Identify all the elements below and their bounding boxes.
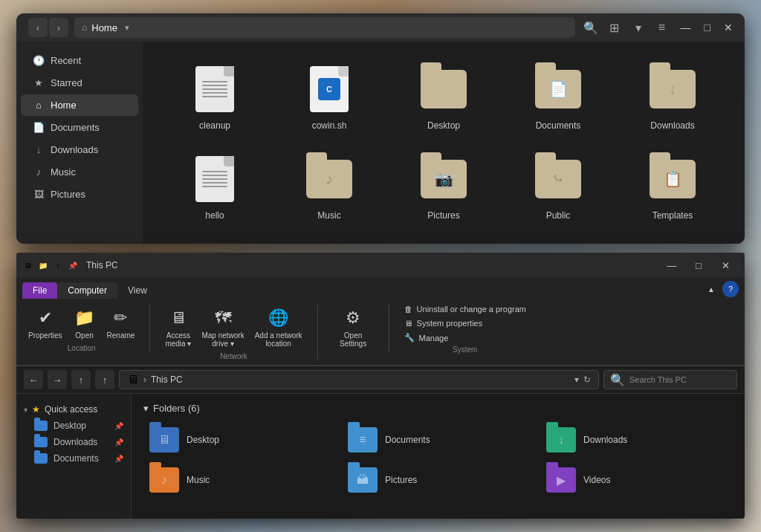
address-refresh-icon: ↻ xyxy=(583,374,591,385)
file-item-music[interactable]: ♪ Music xyxy=(272,146,386,229)
file-item-hello[interactable]: hello xyxy=(158,146,272,229)
ribbon-btn-rename[interactable]: ✏ Rename xyxy=(104,303,138,343)
nautilus-address-bar[interactable]: ⌂ Home ▾ xyxy=(74,17,575,38)
ribbon-btn-rename-label: Rename xyxy=(107,331,135,340)
exp-folder-item-music[interactable]: ♪ Music xyxy=(143,463,336,497)
explorer-minimize-button[interactable]: — xyxy=(658,253,685,278)
quick-access-arrow-icon: ▾ xyxy=(24,406,27,414)
sidebar-item-recent[interactable]: 🕐 Recent xyxy=(21,50,138,71)
search-button[interactable]: 🔍 xyxy=(581,18,600,37)
file-label-cleanup: cleanup xyxy=(199,120,230,131)
sidebar-item-documents[interactable]: 📄 Documents xyxy=(21,117,138,138)
sidebar-item-pictures[interactable]: 🖼 Pictures xyxy=(21,184,138,205)
exp-folder-item-downloads[interactable]: ↓ Downloads xyxy=(540,423,733,457)
exp-folder-label-downloads: Downloads xyxy=(583,435,627,445)
exp-folder-label-videos: Videos xyxy=(583,475,610,485)
file-item-pictures[interactable]: 📷 Pictures xyxy=(386,146,501,229)
manage-label: Manage xyxy=(419,334,449,343)
file-item-documents[interactable]: 📄 Documents xyxy=(501,56,615,139)
exp-folder-item-pictures[interactable]: 🏔 Pictures xyxy=(342,463,534,497)
exp-folders-section-title: ▾ Folders (6) xyxy=(143,403,733,414)
properties-icon: ✔ xyxy=(33,306,57,330)
exp-search-bar[interactable]: 🔍 Search This PC xyxy=(603,370,737,389)
exp-address-bar[interactable]: 🖥 › This PC ▾ ↻ xyxy=(119,370,599,389)
exp-sidebar-item-documents[interactable]: Documents 📌 xyxy=(16,450,131,467)
ribbon-group-network-label: Network xyxy=(220,352,247,360)
exp-folder-label-music: Music xyxy=(187,475,210,485)
exp-folder-item-videos[interactable]: ▶ Videos xyxy=(540,463,733,497)
file-icon-cowin: C xyxy=(303,62,355,116)
ribbon-tab-file[interactable]: File xyxy=(22,282,57,299)
ribbon-help-button[interactable]: ? xyxy=(722,281,739,297)
exp-sidebar-item-desktop[interactable]: Desktop 📌 xyxy=(16,418,131,434)
ribbon-btn-properties[interactable]: ✔ Properties xyxy=(25,303,65,343)
search-icon: 🔍 xyxy=(610,373,625,387)
exp-up-button[interactable]: ↑ xyxy=(71,370,91,389)
file-item-cowin[interactable]: C cowin.sh xyxy=(272,56,386,139)
explorer-close-button[interactable]: ✕ xyxy=(712,253,739,278)
exp-forward-button[interactable]: → xyxy=(48,370,67,389)
file-label-public: Public xyxy=(546,210,571,221)
sidebar-item-downloads[interactable]: ↓ Downloads xyxy=(21,139,138,160)
ribbon-menu-system-props[interactable]: 🖥 System properties xyxy=(401,317,529,329)
exp-sidebar-quick-access-header[interactable]: ▾ ★ Quick access xyxy=(16,401,131,418)
file-item-downloads[interactable]: ↓ Downloads xyxy=(615,56,730,139)
view-mode-button[interactable]: ▾ xyxy=(629,18,648,37)
explorer-maximize-button[interactable]: □ xyxy=(685,253,712,278)
ribbon-btn-open[interactable]: 📁 Open xyxy=(70,303,100,343)
exp-folder-item-documents[interactable]: ≡ Documents xyxy=(342,423,534,457)
address-dropdown-icon: ▾ xyxy=(574,374,579,385)
exp-up2-button[interactable]: ↑ xyxy=(95,370,114,389)
sidebar-item-music[interactable]: ♪ Music xyxy=(21,161,138,183)
ribbon-btn-open-settings[interactable]: ⚙ OpenSettings xyxy=(337,303,369,351)
ribbon-tab-computer[interactable]: Computer xyxy=(57,282,117,299)
exp-folder-item-desktop[interactable]: 🖥 Desktop xyxy=(143,423,336,457)
address-arrow-icon: › xyxy=(143,374,146,385)
ribbon-btn-access-label: Accessmedia ▾ xyxy=(165,331,191,348)
documents-pin-icon: 📌 xyxy=(114,455,123,463)
sidebar-label-recent: Recent xyxy=(51,55,81,66)
minimize-button[interactable]: — xyxy=(676,20,696,35)
ribbon-menu-uninstall[interactable]: 🗑 Uninstall or change a program xyxy=(401,303,529,315)
ribbon-btn-settings-label: OpenSettings xyxy=(340,331,366,348)
nautilus-titlebar: ‹ › ⌂ Home ▾ 🔍 ⊞ ▾ ≡ — □ ✕ xyxy=(16,13,745,42)
file-label-pictures: Pictures xyxy=(427,210,459,221)
close-button[interactable]: ✕ xyxy=(719,20,737,35)
sidebar-desktop-label: Desktop xyxy=(54,421,86,431)
desktop-large-folder-icon: 🖥 xyxy=(149,427,179,452)
ribbon-btn-add-location[interactable]: 🌐 Add a networklocation xyxy=(252,303,305,351)
ribbon-btn-access-media[interactable]: 🖥 Accessmedia ▾ xyxy=(162,303,194,351)
sidebar-item-home[interactable]: ⌂ Home xyxy=(21,94,138,116)
desktop-folder-inner-icon: 🖥 xyxy=(158,433,170,447)
rename-icon: ✏ xyxy=(109,306,132,330)
file-label-desktop: Desktop xyxy=(427,120,460,131)
sidebar-item-starred[interactable]: ★ Starred xyxy=(21,72,138,94)
maximize-button[interactable]: □ xyxy=(700,20,715,35)
folders-arrow-icon: ▾ xyxy=(143,403,149,414)
nautilus-back-button[interactable]: ‹ xyxy=(28,18,48,37)
ribbon-group-settings: ⚙ OpenSettings xyxy=(330,303,389,352)
ribbon-tab-view[interactable]: View xyxy=(117,282,158,299)
videos-large-folder-icon: ▶ xyxy=(546,467,576,493)
exp-sidebar-item-downloads[interactable]: Downloads 📌 xyxy=(16,434,131,450)
file-item-templates[interactable]: 📋 Templates xyxy=(615,146,730,229)
ribbon-btn-map-drive[interactable]: 🗺 Map networkdrive ▾ xyxy=(198,303,247,351)
file-icon-documents: 📄 xyxy=(532,62,584,116)
file-item-public[interactable]: ⤷ Public xyxy=(501,146,615,229)
nautilus-forward-button[interactable]: › xyxy=(49,18,68,37)
explorer-ribbon: File Computer View ▲ ? ✔ Properties 📁 xyxy=(16,278,745,366)
file-item-cleanup[interactable]: cleanup xyxy=(158,56,272,139)
menu-button[interactable]: ≡ xyxy=(652,18,672,37)
file-label-cowin: cowin.sh xyxy=(312,120,347,131)
ribbon-btn-open-label: Open xyxy=(75,331,93,340)
access-media-icon: 🖥 xyxy=(166,306,190,330)
exp-back-button[interactable]: ← xyxy=(24,370,43,389)
ribbon-menu-manage[interactable]: 🔧 Manage xyxy=(401,331,529,344)
view-toggle-button[interactable]: ⊞ xyxy=(605,18,624,37)
exp-folder-label-documents: Documents xyxy=(385,435,430,445)
ribbon-btn-add-location-label: Add a networklocation xyxy=(255,331,302,348)
music-large-folder-icon: ♪ xyxy=(149,467,179,493)
file-item-desktop[interactable]: Desktop xyxy=(386,56,501,139)
ribbon-menu-system-items: 🗑 Uninstall or change a program 🖥 System… xyxy=(401,303,529,344)
ribbon-collapse-button[interactable]: ▲ xyxy=(703,281,719,297)
